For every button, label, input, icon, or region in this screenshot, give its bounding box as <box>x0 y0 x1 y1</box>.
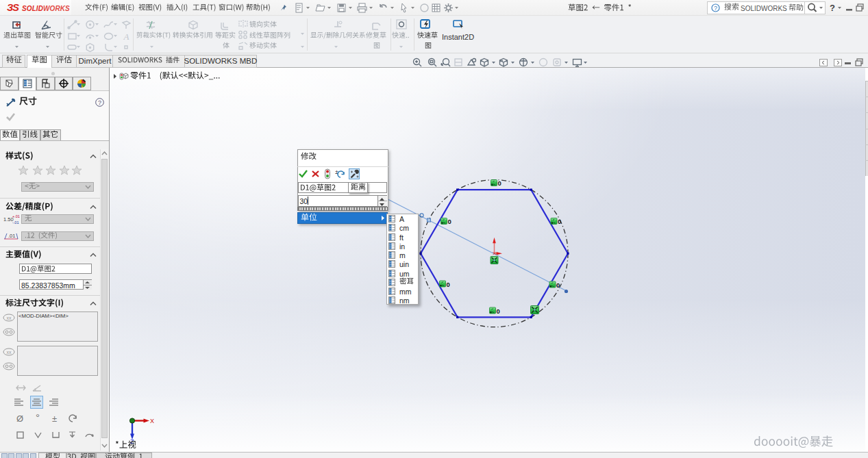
svg-text:0: 0 <box>498 179 501 187</box>
svg-text:0: 0 <box>447 281 450 288</box>
svg-text:0: 0 <box>497 307 500 315</box>
svg-text:xx: xx <box>7 316 12 320</box>
svg-text:X: X <box>150 418 154 424</box>
svg-text:?: ? <box>98 99 101 106</box>
svg-text:0: 0 <box>558 218 561 225</box>
svg-text:0: 0 <box>556 281 560 289</box>
svg-text:xx: xx <box>7 350 12 355</box>
svg-text:.01: .01 <box>8 233 15 239</box>
svg-text:?: ? <box>714 5 717 12</box>
svg-text:+.01: +.01 <box>12 214 20 218</box>
svg-text:A: A <box>123 31 129 41</box>
svg-text:-.01: -.01 <box>12 220 18 225</box>
svg-text:0: 0 <box>448 218 451 225</box>
